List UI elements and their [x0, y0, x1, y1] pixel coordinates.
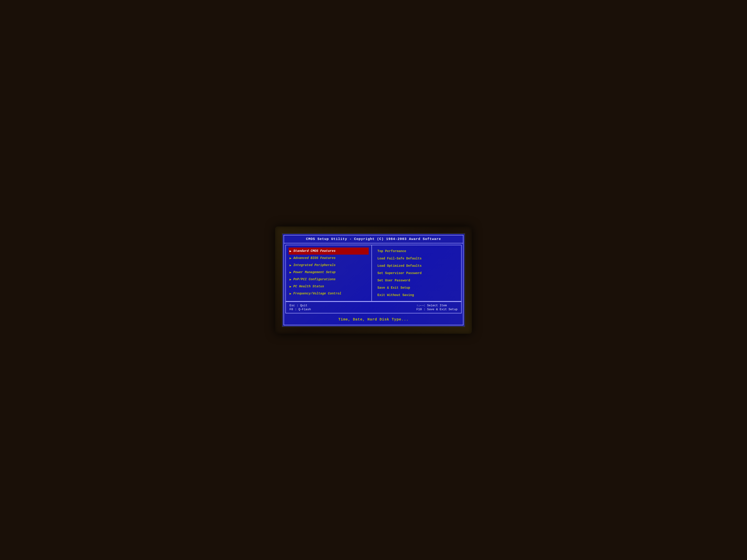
- navigate-help: ↑↓←→: Select Item: [416, 304, 458, 307]
- left-menu-label-4: PnP/PCI Configurations: [293, 277, 336, 281]
- bios-screen: CMOS Setup Utility - Copyright (C) 1984-…: [282, 233, 465, 327]
- left-menu-item-2[interactable]: ▶Integrated Peripherals: [289, 262, 369, 269]
- left-menu-label-2: Integrated Peripherals: [293, 263, 336, 267]
- main-content: ▶Standard CMOS Features▶Advanced BIOS Fe…: [285, 245, 462, 301]
- right-menu-item-2[interactable]: Load Optimized Defaults: [377, 262, 457, 269]
- left-menu-item-3[interactable]: ▶Power Management Setup: [289, 269, 369, 276]
- monitor-bezel: CMOS Setup Utility - Copyright (C) 1984-…: [275, 226, 472, 334]
- right-menu-item-6[interactable]: Exit Without Saving: [377, 291, 457, 299]
- left-menu-label-1: Advanced BIOS Features: [293, 256, 336, 260]
- left-menu-label-5: PC Health Status: [293, 285, 324, 288]
- left-menu-label-6: Frequency/Voltage Control: [293, 292, 341, 295]
- outer-border: CMOS Setup Utility - Copyright (C) 1984-…: [284, 235, 463, 325]
- help-right: ↑↓←→: Select Item F10 : Save & Exit Setu…: [416, 304, 458, 311]
- description-text: Time, Date, Hard Disk Type...: [338, 318, 409, 322]
- help-bar: Esc : Quit F8 : Q-Flash ↑↓←→: Select Ite…: [285, 301, 462, 313]
- right-menu-item-0[interactable]: Top Performance: [377, 247, 457, 255]
- right-menu-item-4[interactable]: Set User Password: [377, 277, 457, 284]
- f8-help: F8 : Q-Flash: [289, 308, 311, 311]
- left-menu-item-4[interactable]: ▶PnP/PCI Configurations: [289, 276, 369, 283]
- left-menu-item-0[interactable]: ▶Standard CMOS Features: [289, 247, 369, 255]
- description-bar: Time, Date, Hard Disk Type...: [284, 313, 463, 325]
- help-left: Esc : Quit F8 : Q-Flash: [289, 304, 311, 311]
- left-menu-item-1[interactable]: ▶Advanced BIOS Features: [289, 255, 369, 262]
- arrow-icon-2: ▶: [289, 263, 291, 267]
- right-menu-item-1[interactable]: Load Fail-Safe Defaults: [377, 255, 457, 262]
- arrow-icon-3: ▶: [289, 270, 291, 274]
- left-panel: ▶Standard CMOS Features▶Advanced BIOS Fe…: [286, 245, 372, 301]
- arrow-icon-1: ▶: [289, 256, 291, 260]
- esc-help: Esc : Quit: [289, 304, 311, 307]
- title-text: CMOS Setup Utility - Copyright (C) 1984-…: [306, 237, 441, 241]
- arrow-icon-0: ▶: [289, 249, 291, 253]
- left-menu-label-0: Standard CMOS Features: [293, 249, 336, 253]
- arrow-icon-4: ▶: [289, 277, 291, 282]
- left-menu-item-5[interactable]: ▶PC Health Status: [289, 283, 369, 290]
- left-menu-label-3: Power Management Setup: [293, 270, 336, 274]
- f10-help: F10 : Save & Exit Setup: [416, 308, 458, 311]
- left-menu-item-6[interactable]: ▶Frequency/Voltage Control: [289, 290, 369, 297]
- arrow-icon-5: ▶: [289, 285, 291, 289]
- right-panel: Top PerformanceLoad Fail-Safe DefaultsLo…: [372, 245, 461, 301]
- right-menu-item-5[interactable]: Save & Exit Setup: [377, 284, 457, 291]
- arrow-icon-6: ▶: [289, 292, 291, 296]
- title-bar: CMOS Setup Utility - Copyright (C) 1984-…: [284, 235, 463, 243]
- right-menu-item-3[interactable]: Set Supervisor Password: [377, 269, 457, 277]
